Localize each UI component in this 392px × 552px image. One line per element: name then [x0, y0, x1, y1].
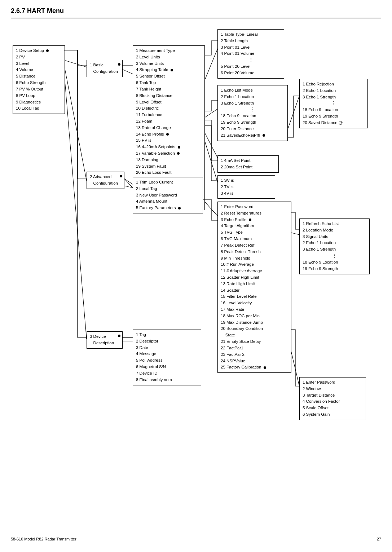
ep-dots: ⋮ — [221, 106, 285, 113]
bc-item-9: 9 Level Offset — [136, 99, 202, 106]
st-item-1: 1 Table Type- Linear — [221, 31, 281, 38]
fp-item-9: 9 Min Threshold — [221, 255, 288, 262]
bc-item-16: 16 4–20mA Setpoints — [136, 144, 202, 150]
advanced-config-menu: 1 Trim Loop Current 2 Local Tag 3 New Us… — [133, 177, 203, 213]
fp-item-5: 5 TVG Type — [221, 229, 288, 236]
ma-item-2: 2 20ma Set Point — [221, 164, 276, 171]
epf-dots: ⋮ — [303, 253, 366, 259]
st-item-2: 2 Table Length — [221, 38, 281, 44]
strapping-table-menu: 1 Table Type- Linear 2 Table Length 3 Po… — [217, 29, 284, 79]
fp-item-24: 24 NSPValue — [221, 358, 288, 365]
main-menu-item-8: 8 PV Loop — [16, 93, 62, 99]
fc-item-3: 3 Target Distance — [303, 392, 363, 399]
dd-item-3: 3 Date — [136, 345, 198, 351]
fp-item-14: 14 Scatter — [221, 287, 288, 294]
ser-item-3: 3 Echo 1 Strength — [303, 94, 365, 101]
dd-item-1: 1 Tag — [136, 332, 198, 338]
bc-item-5: 5 Sensor Offset — [136, 73, 202, 80]
fp-item-15: 15 Filter Level Rate — [221, 293, 288, 300]
device-desc-title: 3 Device Description — [90, 334, 119, 346]
fp-item-10: 10 # Run Average — [221, 261, 288, 268]
page-footer: 58-610 Model R82 Radar Transmitter 27 — [11, 535, 381, 541]
main-menu-item-5: 5 Distance — [16, 73, 62, 80]
epf-item-3: 3 Signal Units — [303, 234, 366, 240]
fp-item-3: 3 Echo Profile — [221, 217, 288, 223]
fp-item-19: 19 Max Distance Jump — [221, 319, 288, 326]
fp-item-17: 17 Max Rate — [221, 306, 288, 313]
ep-item-19: 19 Echo 9 Strength — [221, 119, 285, 126]
ep-item-20: 20 Enter Distance — [221, 126, 285, 132]
footer-right: 27 — [377, 537, 381, 541]
fp-item-7: 7 Peak Detect Ref — [221, 242, 288, 249]
bc-item-8: 8 Blocking Distance — [136, 93, 202, 99]
main-menu-item-2: 2 PV — [16, 54, 62, 61]
st-dots: ⋮ — [221, 57, 281, 63]
epf-item-1: 1 Refresh Echo List — [303, 221, 366, 227]
fp-item-23: 23 FactPar 2 — [221, 352, 288, 358]
ep-item-2: 2 Echo 1 Location — [221, 94, 285, 100]
svg-line-15 — [124, 179, 133, 188]
vs-item-3: 3 4V is — [221, 190, 272, 197]
ser-item-2: 2 Echo 1 Location — [303, 88, 365, 94]
diagram-area: 1 Device Setup 2 PV 3 Level 4 Volume 5 D… — [11, 26, 386, 538]
main-menu-item-3: 3 Level — [16, 61, 62, 67]
dd-item-8: 8 Final asmbly num — [136, 377, 198, 383]
main-menu-item-10: 10 Local Tag — [16, 105, 62, 112]
echo-profile-basic-menu: 1 Echo List Mode 2 Echo 1 Location 3 Ech… — [217, 85, 288, 141]
fp-item-8: 8 Peak Detect Thresh — [221, 249, 288, 255]
ac-item-2: 2 Local Tag — [136, 186, 200, 192]
bc-item-12: 12 Foam — [136, 118, 202, 125]
bc-item-3: 3 Volume Units — [136, 61, 202, 67]
fp-item-18: 18 Max ROC per Min — [221, 313, 288, 319]
epf-item-5: 3 Echo 1 Strength — [303, 246, 366, 253]
epf-item-2: 2 Location Mode — [303, 227, 366, 234]
svg-line-2 — [63, 60, 87, 339]
dd-item-7: 7 Device ID — [136, 370, 198, 377]
advanced-config-title: 2 Advanced Configuration — [90, 174, 121, 187]
ep-item-21: 21 SavedEchoRejPrfl — [221, 132, 285, 139]
bc-item-4: 4 Strapping Table — [136, 67, 202, 73]
dd-item-6: 6 Magnetrol S/N — [136, 364, 198, 370]
bc-item-19: 19 System Fault — [136, 163, 202, 170]
ma-setpoints-menu: 1 4mA Set Point 2 20ma Set Point — [217, 155, 279, 173]
bc-item-10: 10 Dielectric — [136, 105, 202, 112]
bc-item-13: 13 Rate of Change — [136, 125, 202, 131]
page-title: 2.6.7 HART Menu — [11, 7, 381, 18]
ser-item-1: 1 Echo Rejection — [303, 81, 365, 88]
st-item-4: 4 Point 01 Volume — [221, 50, 281, 57]
st-item-6: 6 Point 20 Volume — [221, 70, 281, 76]
basic-config-title: 1 Basic Configuration — [90, 62, 119, 75]
ser-item-20: 20 Saved Distance @ — [303, 120, 365, 126]
epf-item-18: 18 Echo 9 Location — [303, 259, 366, 266]
bc-item-11: 11 Turbulence — [136, 112, 202, 118]
bc-item-18: 18 Damping — [136, 157, 202, 163]
ser-item-18: 18 Echo 9 Location — [303, 107, 365, 113]
fp-item-20b: State — [221, 332, 288, 339]
fp-item-11: 11 # Adaptive Average — [221, 268, 288, 274]
vs-item-1: 1 SV is — [221, 177, 272, 184]
main-menu-item-9: 9 Diagnostics — [16, 99, 62, 106]
bc-item-20: 20 Echo Loss Fault — [136, 169, 202, 176]
main-menu-item-1: 1 Device Setup — [16, 48, 62, 54]
st-item-5: 5 Point 20 Level — [221, 63, 281, 70]
fp-item-12: 12 Scatter High Limit — [221, 274, 288, 281]
main-menu-item-6: 6 Echo Strength — [16, 80, 62, 86]
fc-item-1: 1 Enter Password — [303, 379, 363, 386]
fp-item-4: 4 Target Algorithm — [221, 223, 288, 229]
bc-item-17: 17 Variable Selection — [136, 150, 202, 157]
fp-item-21: 21 Empty State Delay — [221, 339, 288, 345]
page-container: 2.6.7 HART Menu — [0, 0, 392, 545]
dd-item-4: 4 Message — [136, 351, 198, 357]
dd-item-5: 5 Poll Address — [136, 357, 198, 364]
ser-dots: ⋮ — [303, 100, 365, 107]
ep-item-3: 3 Echo 1 Strength — [221, 100, 285, 107]
saved-echo-rej-menu: 1 Echo Rejection 2 Echo 1 Location 3 Ech… — [299, 79, 368, 128]
basic-config-label: 1 Basic Configuration — [87, 60, 123, 77]
bc-item-1: 1 Measurement Type — [136, 48, 202, 54]
fp-item-16: 16 Level Velocity — [221, 300, 288, 306]
fp-item-6: 6 TVG Maximum — [221, 236, 288, 242]
fp-item-22: 22 FactPar1 — [221, 345, 288, 352]
fp-item-1: 1 Enter Password — [221, 204, 288, 210]
ac-item-3: 3 New User Password — [136, 192, 200, 199]
bc-item-7: 7 Tank Height — [136, 86, 202, 93]
